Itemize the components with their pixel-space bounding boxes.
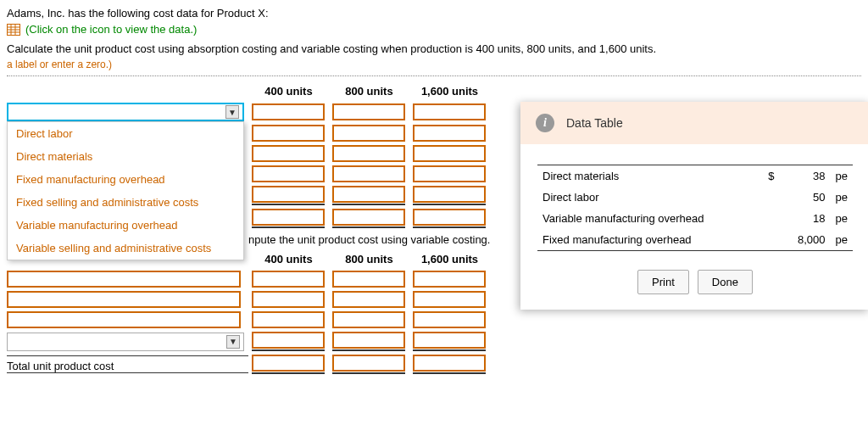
data-value: 8,000 xyxy=(780,229,831,251)
dropdown-option[interactable]: Direct materials xyxy=(8,145,243,168)
value-input[interactable] xyxy=(413,165,486,182)
question-text: Calculate the unit product cost using ab… xyxy=(7,42,861,55)
value-input[interactable] xyxy=(332,125,405,142)
dropdown-list: Direct labor Direct materials Fixed manu… xyxy=(7,121,244,260)
data-table-modal: i Data Table Direct materials $ 38 pe Di… xyxy=(520,102,868,310)
dropdown-option[interactable]: Fixed selling and administrative costs xyxy=(8,191,243,214)
variable-costing-instruction: npute the unit product cost using variab… xyxy=(248,233,532,246)
value-input[interactable] xyxy=(413,291,486,308)
value-input[interactable] xyxy=(252,355,325,372)
value-input[interactable] xyxy=(332,103,405,120)
data-link-row[interactable]: (Click on the icon to view the data.) xyxy=(7,23,861,36)
value-input[interactable] xyxy=(332,209,405,226)
cost-type-dropdown-2[interactable]: ▼ xyxy=(7,333,244,351)
currency-symbol xyxy=(729,187,780,208)
value-input[interactable] xyxy=(332,291,405,308)
label-input[interactable] xyxy=(7,271,241,288)
value-input[interactable] xyxy=(252,209,325,226)
total-label: Total unit product cost xyxy=(7,355,248,373)
info-icon: i xyxy=(536,114,554,132)
value-input[interactable] xyxy=(252,271,325,288)
value-input[interactable] xyxy=(413,145,486,162)
total-row-2: Total unit product cost xyxy=(7,355,532,374)
chevron-down-icon: ▼ xyxy=(226,335,240,349)
column-headers-1: 400 units 800 units 1,600 units xyxy=(248,85,532,98)
col-header-800: 800 units xyxy=(329,253,409,266)
data-label: Direct labor xyxy=(537,187,729,208)
dropdown-option[interactable]: Fixed manufacturing overhead xyxy=(8,168,243,191)
value-input[interactable] xyxy=(413,332,486,349)
cost-row xyxy=(7,271,532,288)
done-button[interactable]: Done xyxy=(698,270,753,294)
value-input[interactable] xyxy=(413,355,486,372)
data-table: Direct materials $ 38 pe Direct labor 50… xyxy=(537,165,853,251)
table-row: Fixed manufacturing overhead 8,000 pe xyxy=(537,229,853,251)
data-unit: pe xyxy=(831,187,853,208)
cost-row: ▼ xyxy=(7,332,532,351)
col-header-1600: 1,600 units xyxy=(409,253,490,266)
col-header-800: 800 units xyxy=(329,85,409,98)
dropdown-option[interactable]: Variable manufacturing overhead xyxy=(8,214,243,237)
currency-symbol: $ xyxy=(729,165,780,187)
value-input[interactable] xyxy=(332,186,405,203)
value-input[interactable] xyxy=(413,103,486,120)
data-label: Variable manufacturing overhead xyxy=(537,208,729,229)
value-input[interactable] xyxy=(332,355,405,372)
value-input[interactable] xyxy=(332,165,405,182)
data-label: Fixed manufacturing overhead xyxy=(537,229,729,251)
modal-header: i Data Table xyxy=(520,102,868,144)
value-input[interactable] xyxy=(252,291,325,308)
col-header-400: 400 units xyxy=(248,85,329,98)
value-input[interactable] xyxy=(252,311,325,328)
value-input[interactable] xyxy=(413,271,486,288)
cost-row xyxy=(7,291,532,308)
data-unit: pe xyxy=(831,208,853,229)
intro-text: Adams, Inc. has the following cost data … xyxy=(7,7,861,20)
dropdown-option[interactable]: Direct labor xyxy=(8,122,243,145)
value-input[interactable] xyxy=(252,125,325,142)
cost-type-dropdown[interactable]: ▼ Direct labor Direct materials Fixed ma… xyxy=(7,103,244,121)
table-row: Variable manufacturing overhead 18 pe xyxy=(537,208,853,229)
data-value: 18 xyxy=(780,208,831,229)
data-value: 38 xyxy=(780,165,831,187)
value-input[interactable] xyxy=(413,125,486,142)
value-input[interactable] xyxy=(413,209,486,226)
col-header-400: 400 units xyxy=(248,253,329,266)
table-icon xyxy=(7,24,20,36)
label-input[interactable] xyxy=(7,291,241,308)
col-header-1600: 1,600 units xyxy=(409,85,490,98)
modal-title: Data Table xyxy=(566,116,623,130)
value-input[interactable] xyxy=(332,311,405,328)
value-input[interactable] xyxy=(252,103,325,120)
table-row: Direct labor 50 pe xyxy=(537,187,853,208)
data-label: Direct materials xyxy=(537,165,729,187)
cost-row-1: ▼ Direct labor Direct materials Fixed ma… xyxy=(7,103,532,121)
hint-fragment: a label or enter a zero.) xyxy=(7,59,861,70)
chevron-down-icon: ▼ xyxy=(225,105,239,119)
data-link-text: (Click on the icon to view the data.) xyxy=(25,23,197,36)
dropdown-option[interactable]: Variable selling and administrative cost… xyxy=(8,237,243,260)
data-value: 50 xyxy=(780,187,831,208)
cost-row xyxy=(7,311,532,328)
value-input[interactable] xyxy=(252,332,325,349)
label-input[interactable] xyxy=(7,311,241,328)
column-headers-2: 400 units 800 units 1,600 units xyxy=(248,253,532,266)
table-row: Direct materials $ 38 pe xyxy=(537,165,853,187)
value-input[interactable] xyxy=(252,186,325,203)
print-button[interactable]: Print xyxy=(637,270,689,294)
currency-symbol xyxy=(729,229,780,251)
data-unit: pe xyxy=(831,165,853,187)
divider xyxy=(7,75,861,76)
value-input[interactable] xyxy=(413,311,486,328)
data-unit: pe xyxy=(831,229,853,251)
value-input[interactable] xyxy=(252,145,325,162)
value-input[interactable] xyxy=(252,165,325,182)
currency-symbol xyxy=(729,208,780,229)
value-input[interactable] xyxy=(332,145,405,162)
value-input[interactable] xyxy=(332,271,405,288)
value-input[interactable] xyxy=(332,332,405,349)
value-input[interactable] xyxy=(413,186,486,203)
